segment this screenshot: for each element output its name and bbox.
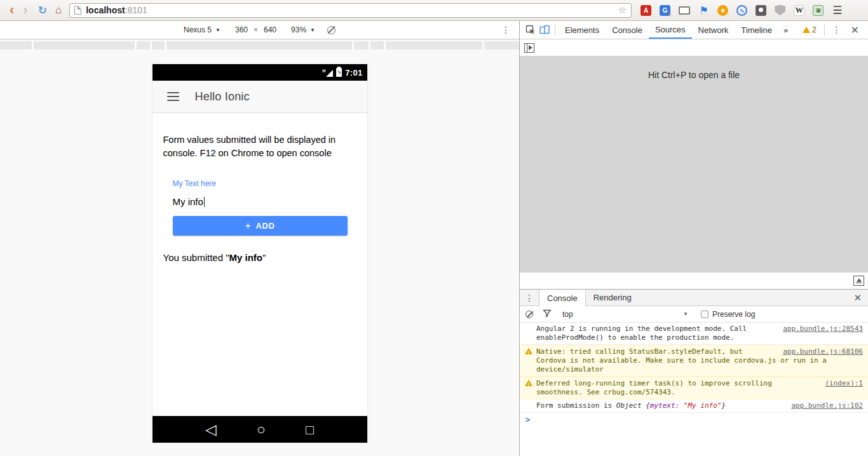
media-query-segment[interactable] xyxy=(34,41,135,50)
translate-extension-icon[interactable]: G xyxy=(660,5,670,16)
text-cursor xyxy=(204,197,205,207)
viewport-height[interactable]: 640 xyxy=(264,25,276,34)
device-select[interactable]: Nexus 5 ▼ xyxy=(184,25,220,34)
console-prompt[interactable]: > xyxy=(520,413,868,426)
tab-timeline[interactable]: Timeline xyxy=(735,21,778,39)
sources-editor-placeholder: Hit Ctrl+P to open a file xyxy=(520,57,868,272)
extensions-row: A G ⚑ ★ ∿ W ▣ xyxy=(641,5,824,16)
devtools-menu-icon[interactable]: ⋮ xyxy=(828,25,846,35)
wikipedia-extension-icon[interactable]: W xyxy=(794,5,804,16)
dimension-separator: × xyxy=(254,25,258,34)
drawer-tab-rendering[interactable]: Rendering xyxy=(586,290,639,305)
cast-extension-icon[interactable] xyxy=(679,6,690,15)
app-header: Hello Ionic xyxy=(153,81,367,113)
viewport-width[interactable]: 360 xyxy=(235,25,248,34)
wave-extension-icon[interactable]: ∿ xyxy=(736,5,747,16)
tab-console[interactable]: Console xyxy=(606,21,649,39)
zoom-select[interactable]: 93% ▼ xyxy=(291,25,315,34)
source-link[interactable]: (index):1 xyxy=(825,379,863,388)
media-query-segment[interactable] xyxy=(166,41,352,50)
dictionary-extension-icon[interactable]: A xyxy=(641,5,651,16)
page-icon xyxy=(74,6,81,15)
object-preview[interactable]: Object { xyxy=(616,401,650,410)
source-link[interactable]: app.bundle.js:28543 xyxy=(783,325,863,333)
source-link[interactable]: app.bundle.js:68106 xyxy=(783,347,863,356)
media-query-bar[interactable] xyxy=(0,39,519,50)
toggle-drawer-icon[interactable] xyxy=(853,276,864,286)
cell-signal-icon: H xyxy=(322,69,333,77)
tab-network[interactable]: Network xyxy=(692,21,735,39)
warning-icon xyxy=(525,348,532,354)
devtools-tabs: Elements Console Sources Network Timelin… xyxy=(559,21,793,39)
console-messages: app.bundle.js:28543 Angular 2 is running… xyxy=(520,323,868,456)
address-bar[interactable]: localhost:8101 ☆ xyxy=(69,3,632,18)
bookmark-star-icon[interactable]: ☆ xyxy=(618,4,627,16)
shield-extension-icon[interactable] xyxy=(775,5,785,16)
media-query-segment[interactable] xyxy=(137,41,150,50)
execution-context-select[interactable]: top ▼ xyxy=(562,310,688,319)
sources-subtoolbar xyxy=(520,39,868,57)
console-filter-bar: top ▼ Preserve log xyxy=(520,306,868,323)
plus-icon: + xyxy=(245,220,252,232)
warning-icon xyxy=(525,380,532,386)
divider xyxy=(824,25,825,36)
source-link[interactable]: app.bundle.js:102 xyxy=(791,401,863,410)
filter-icon[interactable] xyxy=(543,309,552,320)
preserve-log-checkbox[interactable] xyxy=(701,311,709,318)
tab-sources[interactable]: Sources xyxy=(649,21,692,39)
browser-window: ‹ › ↻ ⌂ localhost:8101 ☆ A G ⚑ ★ ∿ W ▣ ☰ xyxy=(0,0,868,456)
android-nav-bar: ◁ ○ □ xyxy=(153,416,367,443)
screenshare-extension-icon[interactable]: ▣ xyxy=(813,5,824,16)
intro-text: Form values submitted will be displayed … xyxy=(163,133,348,160)
media-query-segment[interactable] xyxy=(354,41,369,50)
rotate-viewport-icon[interactable] xyxy=(327,26,336,34)
app-content: Form values submitted will be displayed … xyxy=(153,113,367,416)
forward-button[interactable]: › xyxy=(23,3,27,17)
device-toolbar-toggle-icon[interactable] xyxy=(538,23,552,36)
android-home-icon[interactable]: ○ xyxy=(257,422,266,437)
media-query-segment[interactable] xyxy=(484,41,519,50)
text-input[interactable]: My info xyxy=(173,196,348,213)
media-query-segment[interactable] xyxy=(386,41,482,50)
input-label: My Text here xyxy=(173,179,348,188)
warning-count-badge[interactable]: 2 xyxy=(803,25,821,34)
back-button[interactable]: ‹ xyxy=(10,3,14,17)
clear-console-icon[interactable] xyxy=(526,311,533,318)
url-host: localhost xyxy=(86,5,125,15)
drawer-close-icon[interactable]: ✕ xyxy=(847,290,868,305)
status-clock: 7:01 xyxy=(345,68,362,77)
console-drawer: ⋮ Console Rendering ✕ top ▼ Preserve l xyxy=(520,289,868,456)
drawer-tab-bar: ⋮ Console Rendering ✕ xyxy=(520,290,868,306)
battery-icon: ϟ xyxy=(336,68,342,77)
url-port: :8101 xyxy=(125,5,147,15)
megaphone-extension-icon[interactable]: ⚑ xyxy=(698,5,709,16)
media-query-segment[interactable] xyxy=(152,41,165,50)
add-button[interactable]: + ADD xyxy=(173,216,348,236)
android-recents-icon[interactable]: □ xyxy=(306,423,314,436)
media-query-segment[interactable] xyxy=(370,41,384,50)
emulation-pane: Nexus 5 ▼ 360 × 640 93% ▼ ⋮ xyxy=(0,21,520,456)
tab-elements[interactable]: Elements xyxy=(559,21,606,39)
home-button[interactable]: ⌂ xyxy=(55,4,62,17)
drawer-tab-console[interactable]: Console xyxy=(539,290,586,306)
console-warning: (index):1 Deferred long-running timer ta… xyxy=(520,377,868,399)
device-toolbar: Nexus 5 ▼ 360 × 640 93% ▼ ⋮ xyxy=(0,21,519,39)
device-toolbar-menu-icon[interactable]: ⋮ xyxy=(501,25,510,35)
reload-button[interactable]: ↻ xyxy=(38,4,47,17)
preserve-log-label: Preserve log xyxy=(712,310,755,319)
more-tabs-icon[interactable]: » xyxy=(778,21,793,39)
bulb-extension-icon[interactable] xyxy=(756,5,766,16)
android-back-icon[interactable]: ◁ xyxy=(205,422,217,437)
console-message: app.bundle.js:28543 Angular 2 is running… xyxy=(520,323,868,345)
chevron-down-icon: ▼ xyxy=(215,27,220,33)
hamburger-menu-icon[interactable] xyxy=(167,92,179,102)
star-extension-icon[interactable]: ★ xyxy=(717,5,728,16)
drawer-menu-icon[interactable]: ⋮ xyxy=(520,290,539,305)
media-query-segment[interactable] xyxy=(0,41,32,50)
form-area: My Text here My info + ADD xyxy=(163,179,356,236)
browser-menu-icon[interactable]: ☰ xyxy=(832,4,842,17)
show-navigator-icon[interactable] xyxy=(524,43,534,53)
browser-toolbar: ‹ › ↻ ⌂ localhost:8101 ☆ A G ⚑ ★ ∿ W ▣ ☰ xyxy=(0,0,868,21)
inspect-element-icon[interactable] xyxy=(524,23,538,36)
devtools-close-icon[interactable]: ✕ xyxy=(846,24,864,36)
